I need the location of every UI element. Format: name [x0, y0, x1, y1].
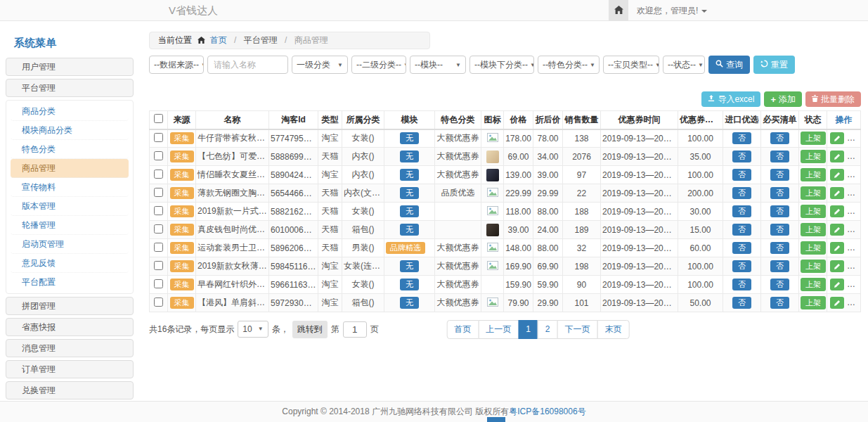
import-optimal-toggle[interactable]: 否: [732, 297, 751, 309]
row-checkbox[interactable]: [154, 243, 163, 252]
user-menu[interactable]: 欢迎您，管理员!: [637, 0, 707, 21]
sidebar-group-兑换管理[interactable]: 兑换管理: [6, 381, 134, 399]
sidebar-item-商品管理[interactable]: 商品管理: [11, 159, 129, 178]
must-buy-toggle[interactable]: 否: [770, 169, 789, 181]
must-buy-toggle[interactable]: 否: [770, 132, 789, 144]
must-buy-toggle[interactable]: 否: [770, 279, 789, 290]
sidebar-group-用户管理[interactable]: 用户管理: [6, 58, 134, 76]
row-checkbox[interactable]: [154, 206, 163, 215]
filter-level2-category[interactable]: --二级分类--▼: [351, 56, 406, 74]
import-optimal-toggle[interactable]: 否: [732, 279, 751, 290]
filter-module[interactable]: --模块--▼: [410, 56, 466, 74]
module-badge[interactable]: 无: [400, 187, 419, 199]
module-badge[interactable]: 无: [400, 224, 419, 236]
filter-feature-category[interactable]: --特色分类--▼: [538, 56, 600, 74]
sidebar-item-宣传物料[interactable]: 宣传物料: [11, 178, 129, 197]
status-badge[interactable]: 上架: [801, 241, 826, 255]
sidebar-group-省惠快报[interactable]: 省惠快报: [6, 318, 134, 336]
row-checkbox[interactable]: [154, 298, 163, 307]
filter-data-source[interactable]: --数据来源--▼: [149, 56, 204, 74]
must-buy-toggle[interactable]: 否: [770, 224, 789, 236]
row-checkbox[interactable]: [154, 224, 163, 234]
row-checkbox[interactable]: [154, 133, 163, 142]
status-badge[interactable]: 上架: [801, 168, 826, 181]
import-optimal-toggle[interactable]: 否: [732, 169, 751, 181]
reset-button[interactable]: 重置: [753, 56, 795, 74]
status-badge[interactable]: 上架: [801, 223, 826, 236]
sidebar-item-轮播管理[interactable]: 轮播管理: [11, 216, 129, 235]
sidebar-group-消息管理[interactable]: 消息管理: [6, 339, 134, 357]
import-optimal-toggle[interactable]: 否: [732, 151, 751, 162]
pager-button-上一页[interactable]: 上一页: [478, 320, 519, 339]
search-button[interactable]: 查询: [708, 56, 750, 74]
must-buy-toggle[interactable]: 否: [770, 151, 789, 162]
page-number-input[interactable]: [343, 321, 367, 338]
icp-link[interactable]: 粤ICP备16098006号: [509, 407, 585, 416]
must-buy-toggle[interactable]: 否: [770, 205, 789, 217]
pager-button-下一页[interactable]: 下一页: [557, 320, 598, 339]
must-buy-toggle[interactable]: 否: [770, 187, 789, 199]
import-excel-button[interactable]: 导入excel: [701, 91, 760, 107]
row-checkbox[interactable]: [154, 151, 163, 160]
status-badge[interactable]: 上架: [801, 260, 826, 273]
status-badge[interactable]: 上架: [801, 150, 826, 163]
module-badge[interactable]: 无: [400, 205, 419, 217]
edit-button[interactable]: [830, 224, 844, 236]
module-badge[interactable]: 无: [400, 297, 419, 309]
filter-module-sub-category[interactable]: --模块下分类--▼: [469, 56, 534, 74]
import-optimal-toggle[interactable]: 否: [732, 224, 751, 236]
sidebar-group-拼团管理[interactable]: 拼团管理: [6, 297, 134, 315]
sidebar-item-意见反馈[interactable]: 意见反馈: [11, 254, 129, 273]
jump-button[interactable]: 跳转到: [292, 321, 328, 338]
per-page-select[interactable]: 10▼: [238, 321, 268, 338]
import-optimal-toggle[interactable]: 否: [732, 242, 751, 254]
module-badge[interactable]: 无: [400, 260, 419, 272]
row-checkbox[interactable]: [154, 188, 163, 197]
pager-button-2[interactable]: 2: [538, 320, 558, 339]
select-all-checkbox[interactable]: [154, 114, 163, 123]
status-badge[interactable]: 上架: [801, 205, 826, 218]
must-buy-toggle[interactable]: 否: [770, 260, 789, 272]
edit-button[interactable]: [830, 151, 844, 162]
edit-button[interactable]: [830, 242, 844, 254]
edit-button[interactable]: [830, 279, 844, 290]
module-badge[interactable]: 品牌精选: [386, 242, 425, 254]
status-badge[interactable]: 上架: [801, 186, 826, 200]
filter-level1-category[interactable]: 一级分类▼: [292, 56, 348, 74]
import-optimal-toggle[interactable]: 否: [732, 260, 751, 272]
sidebar-item-商品分类[interactable]: 商品分类: [11, 102, 129, 121]
sidebar-group-订单管理[interactable]: 订单管理: [6, 360, 134, 378]
pager-button-首页[interactable]: 首页: [446, 320, 479, 339]
module-badge[interactable]: 无: [400, 132, 419, 144]
edit-button[interactable]: [830, 205, 844, 217]
must-buy-toggle[interactable]: 否: [770, 297, 789, 309]
sidebar-item-特色分类[interactable]: 特色分类: [11, 140, 129, 159]
home-button[interactable]: [609, 0, 628, 21]
module-badge[interactable]: 无: [400, 151, 419, 162]
import-optimal-toggle[interactable]: 否: [732, 132, 751, 144]
row-checkbox[interactable]: [154, 170, 163, 179]
breadcrumb-home-link[interactable]: 首页: [210, 35, 227, 45]
sidebar-item-平台配置[interactable]: 平台配置: [11, 273, 129, 292]
edit-button[interactable]: [830, 260, 844, 272]
sidebar-item-启动页管理[interactable]: 启动页管理: [11, 235, 129, 254]
status-badge[interactable]: 上架: [801, 296, 826, 309]
row-checkbox[interactable]: [154, 261, 163, 270]
import-optimal-toggle[interactable]: 否: [732, 187, 751, 199]
edit-button[interactable]: [830, 169, 844, 181]
filter-name-input[interactable]: [207, 56, 288, 74]
import-optimal-toggle[interactable]: 否: [732, 205, 751, 217]
row-checkbox[interactable]: [154, 279, 163, 288]
filter-status[interactable]: --状态--▼: [663, 56, 705, 74]
filter-item-type[interactable]: --宝贝类型--▼: [603, 56, 659, 74]
edit-button[interactable]: [830, 132, 844, 144]
add-button[interactable]: +添加: [764, 91, 802, 107]
must-buy-toggle[interactable]: 否: [770, 242, 789, 254]
status-badge[interactable]: 上架: [801, 132, 826, 145]
module-badge[interactable]: 无: [400, 279, 419, 290]
sidebar-item-模块商品分类[interactable]: 模块商品分类: [11, 121, 129, 140]
sidebar-group-平台管理[interactable]: 平台管理: [6, 79, 134, 97]
status-badge[interactable]: 上架: [801, 278, 826, 291]
pager-button-1[interactable]: 1: [518, 320, 538, 339]
edit-button[interactable]: [830, 297, 844, 309]
